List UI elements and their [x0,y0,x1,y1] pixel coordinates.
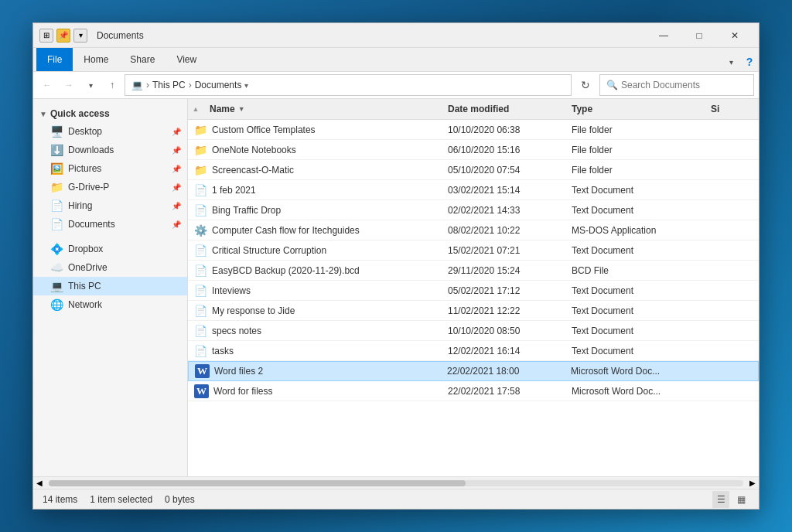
horizontal-scrollbar[interactable]: ◀ ▶ [33,476,759,489]
file-name: 📄 Bing Traffic Drop [188,204,442,217]
address-path[interactable]: 💻 › This PC › Documents ▾ [125,74,572,96]
selected-count: 1 item selected [90,494,152,505]
tab-home[interactable]: Home [73,48,119,71]
file-row[interactable]: 📄 Bing Traffic Drop 02/02/2021 14:33 Tex… [188,200,759,220]
gdrive-icon: 📁 [50,181,63,193]
document-icon: 📄 [194,264,207,277]
detail-view-button[interactable]: ☰ [712,491,729,508]
file-name: 📁 Custom Office Templates [188,124,442,136]
scroll-left-btn[interactable]: ◀ [33,477,46,489]
documents-icon: 📄 [50,218,63,230]
address-bar: ← → ▾ ↑ 💻 › This PC › Documents ▾ ↻ 🔍 [33,71,759,99]
file-type: Text Document [565,326,705,336]
pin-icon: 📌 [172,202,181,210]
file-list: ▲ Name ▼ Date modified Type Si 📁 Custom … [188,99,759,476]
document-icon: 📄 [194,244,207,257]
file-name: 📁 Screencast-O-Matic [188,164,442,176]
dropdown-icon[interactable]: ▾ [73,29,87,43]
selected-size: 0 bytes [165,494,195,505]
titlebar-icons: ⊞ 📌 ▾ [39,29,87,43]
tab-file[interactable]: File [36,48,73,71]
search-box[interactable]: 🔍 [599,74,754,96]
sort-chevron: ▲ [188,99,203,119]
file-date: 12/02/2021 16:14 [442,346,565,356]
large-icon-view-button[interactable]: ▦ [732,491,749,508]
file-row[interactable]: 📁 Custom Office Templates 10/10/2020 06:… [188,120,759,140]
path-this-pc-label: This PC [152,80,186,90]
sidebar-network-label: Network [68,299,102,310]
file-type: Text Document [565,346,705,356]
file-name: 📄 1 feb 2021 [188,184,442,196]
pin-icon: 📌 [172,165,181,173]
file-date: 06/10/2020 15:16 [442,145,565,155]
onedrive-icon: ☁️ [50,261,63,274]
path-this-pc: 💻 [131,80,143,90]
col-header-size[interactable]: Si [705,99,759,119]
word-icon: W [194,384,209,398]
sidebar-item-gdrive[interactable]: 📁 G-Drive-P 📌 [33,178,187,196]
sidebar-item-documents[interactable]: 📄 Documents 📌 [33,215,187,234]
sidebar-desktop-label: Desktop [68,126,102,137]
document-icon: 📄 [194,345,207,357]
desktop-icon: 🖥️ [50,125,63,138]
sort-arrow: ▼ [238,105,245,113]
file-row[interactable]: W Word files 2 22/02/2021 18:00 Microsof… [188,361,759,381]
sidebar-item-network[interactable]: 🌐 Network [33,295,187,314]
file-type: BCD File [565,265,705,276]
maximize-button[interactable]: □ [681,23,717,48]
ribbon-collapse-btn[interactable]: ▾ [722,53,740,71]
refresh-button[interactable]: ↻ [575,74,596,96]
file-row[interactable]: 📄 EasyBCD Backup (2020-11-29).bcd 29/11/… [188,261,759,281]
col-header-type[interactable]: Type [565,99,705,119]
file-row[interactable]: 📄 Inteviews 05/02/2021 17:12 Text Docume… [188,281,759,301]
file-date: 29/11/2020 15:24 [442,265,565,276]
ribbon: File Home Share View ▾ ? [33,48,759,71]
col-header-date[interactable]: Date modified [442,99,565,119]
up-button[interactable]: ↑ [103,76,121,94]
file-row[interactable]: 📁 OneNote Notebooks 06/10/2020 15:16 Fil… [188,140,759,160]
tab-share[interactable]: Share [119,48,166,71]
file-row[interactable]: 📁 Screencast-O-Matic 05/10/2020 07:54 Fi… [188,160,759,180]
minimize-button[interactable]: — [646,23,681,48]
file-row[interactable]: 📄 My response to Jide 11/02/2021 12:22 T… [188,301,759,321]
window-controls: — □ ✕ [646,23,753,48]
close-button[interactable]: ✕ [717,23,753,48]
sidebar-item-onedrive[interactable]: ☁️ OneDrive [33,258,187,277]
file-row[interactable]: 📄 tasks 12/02/2021 16:14 Text Document [188,341,759,361]
file-name: 📄 Inteviews [188,285,442,297]
sidebar-item-pictures[interactable]: 🖼️ Pictures 📌 [33,159,187,178]
file-row[interactable]: W Word for filess 22/02/2021 17:58 Micro… [188,381,759,401]
sidebar-hiring-label: Hiring [68,200,92,211]
sidebar-item-downloads[interactable]: ⬇️ Downloads 📌 [33,141,187,159]
file-name: W Word files 2 [189,364,441,378]
forward-button[interactable]: → [60,76,78,94]
file-row[interactable]: 📄 1 feb 2021 03/02/2021 15:14 Text Docum… [188,180,759,200]
tab-view[interactable]: View [166,48,207,71]
file-type: File folder [565,145,705,155]
scroll-right-btn[interactable]: ▶ [746,477,759,489]
scroll-track[interactable] [49,480,743,486]
file-name: 📄 specs notes [188,325,442,337]
file-date: 22/02/2021 18:00 [441,366,565,377]
search-input[interactable] [621,80,747,90]
sidebar-item-this-pc[interactable]: 💻 This PC [33,277,187,295]
word-icon: W [195,364,210,378]
sidebar-item-hiring[interactable]: 📄 Hiring 📌 [33,196,187,215]
downloads-icon: ⬇️ [50,144,63,156]
quick-access-header[interactable]: ▼ Quick access [33,105,187,122]
sidebar-item-desktop[interactable]: 🖥️ Desktop 📌 [33,122,187,141]
scroll-thumb[interactable] [49,480,466,486]
statusbar-right: ☰ ▦ [712,491,749,508]
file-row[interactable]: ⚙️ Computer Cash flow for Itechguides 08… [188,220,759,240]
sidebar: ▼ Quick access 🖥️ Desktop 📌 ⬇️ Downloads… [33,99,188,476]
col-header-name[interactable]: Name ▼ [203,99,442,119]
file-row[interactable]: 📄 Critical Structure Corruption 15/02/20… [188,240,759,261]
file-date: 03/02/2021 15:14 [442,185,565,196]
file-type: Text Document [565,245,705,256]
back-button[interactable]: ← [38,76,56,94]
sidebar-item-dropbox[interactable]: 💠 Dropbox [33,240,187,258]
help-btn[interactable]: ? [740,53,759,71]
recent-locations-button[interactable]: ▾ [81,76,100,94]
file-row[interactable]: 📄 specs notes 10/10/2020 08:50 Text Docu… [188,321,759,341]
pin-icon: 📌 [172,128,181,136]
